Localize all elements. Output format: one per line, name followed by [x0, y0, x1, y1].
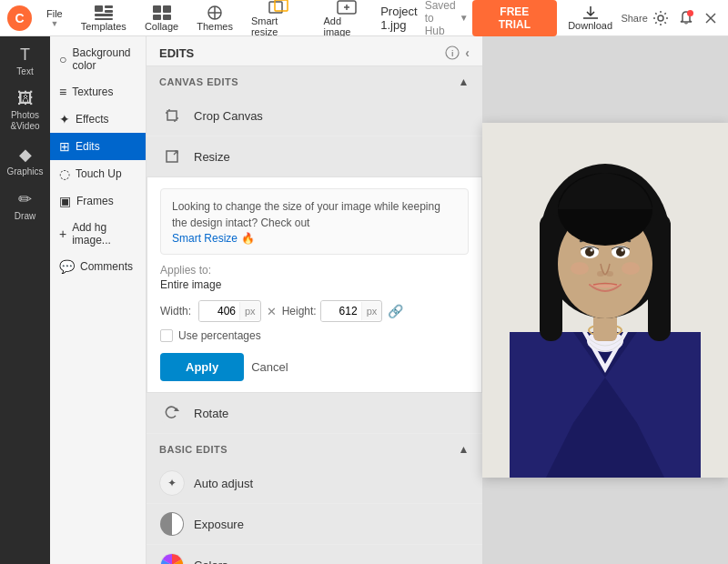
saved-status: Saved to Hub: [425, 0, 456, 37]
use-percentages-checkbox[interactable]: [160, 329, 173, 342]
sidebar-item-edits[interactable]: ⊞ Edits: [50, 133, 146, 160]
info-icon[interactable]: i: [445, 45, 460, 60]
add-bg-icon: +: [59, 227, 66, 241]
rotate-icon: [159, 400, 185, 426]
second-col: ○ Background color ≡ Textures ✦ Effects …: [50, 36, 482, 564]
canvas-image: [482, 123, 728, 478]
colors-icon: [159, 552, 185, 564]
fire-emoji: 🔥: [241, 232, 255, 245]
exposure-icon: [159, 511, 185, 537]
panel-header-right: i ‹: [445, 45, 470, 60]
crop-canvas-icon: [159, 103, 185, 128]
svg-point-60: [616, 247, 625, 257]
width-label: Width:: [160, 305, 193, 317]
canvas-edits-collapse[interactable]: ▲: [459, 76, 470, 88]
svg-rect-7: [153, 15, 161, 20]
portrait-illustration: [482, 123, 728, 478]
svg-rect-55: [648, 214, 671, 341]
crop-icon: [165, 108, 179, 123]
basic-edits-header: BASIC EDITS ▲: [147, 434, 482, 463]
sidebar-item-frames[interactable]: ▣ Frames: [50, 187, 146, 215]
smart-resize-link[interactable]: Smart Resize: [172, 232, 238, 245]
left-sidebar: T Text 🖼 Photos&Video ◆ Graphics ✏ Draw: [0, 36, 50, 564]
width-row: Width: px ✕ Height: px 🔗: [160, 300, 469, 322]
background-color-icon: ○: [59, 52, 66, 66]
sidebar-item-textures[interactable]: ≡ Textures: [50, 78, 146, 106]
svg-rect-1: [105, 5, 113, 8]
draw-icon: ✏: [18, 189, 32, 209]
smart-resize-menu[interactable]: Smart resize: [244, 0, 313, 41]
hub-dropdown-icon[interactable]: ▼: [460, 13, 469, 23]
themes-menu[interactable]: Themes: [189, 1, 240, 35]
download-icon: [581, 5, 600, 20]
sidebar-item-comments[interactable]: 💬 Comments: [50, 253, 146, 280]
svg-rect-54: [540, 214, 562, 341]
link-dimensions-icon[interactable]: 🔗: [388, 304, 403, 318]
sidebar-item-draw[interactable]: ✏ Draw: [3, 184, 48, 227]
resize-info-box: Looking to change the size of your image…: [160, 188, 469, 255]
add-image-icon: [337, 0, 357, 15]
themes-icon: [205, 5, 225, 21]
svg-rect-2: [105, 10, 113, 13]
svg-rect-0: [95, 5, 103, 12]
sidebar-item-touch-up[interactable]: ◌ Touch Up: [50, 160, 146, 187]
second-sidebar: ○ Background color ≡ Textures ✦ Effects …: [50, 36, 147, 564]
use-percentages-label: Use percentages: [178, 329, 261, 342]
times-symbol: ✕: [267, 305, 277, 318]
height-input[interactable]: [321, 301, 361, 321]
canvas-area: [482, 36, 728, 564]
sidebar-item-add-bg[interactable]: + Add hg image...: [50, 215, 146, 253]
app-logo[interactable]: C: [7, 5, 32, 31]
resize-row[interactable]: Resize: [147, 136, 482, 176]
svg-point-21: [658, 15, 663, 21]
textures-icon: ≡: [59, 85, 66, 99]
apply-button[interactable]: Apply: [160, 353, 244, 381]
close-button[interactable]: [701, 7, 721, 29]
sidebar-item-text[interactable]: T Text: [3, 40, 48, 82]
free-trial-button[interactable]: FREE TRIAL: [472, 0, 558, 36]
auto-adjust-icon-wrap: ✦: [159, 470, 185, 496]
smart-resize-icon: [268, 0, 288, 15]
svg-point-61: [591, 249, 593, 252]
comments-icon: 💬: [59, 259, 75, 274]
width-input-wrap: px: [198, 300, 261, 322]
text-icon: T: [20, 45, 30, 65]
collage-menu[interactable]: Collage: [137, 1, 186, 35]
sidebar-item-effects[interactable]: ✦ Effects: [50, 106, 146, 133]
notification-dot: [687, 10, 693, 16]
auto-adjust-row[interactable]: ✦ Auto adjust: [147, 463, 482, 504]
height-unit: px: [361, 302, 382, 320]
resize-info-text: Looking to change the size of your image…: [172, 200, 440, 229]
rotate-icon-svg: [165, 406, 179, 420]
auto-adjust-icon: ✦: [167, 477, 177, 489]
width-input[interactable]: [199, 301, 239, 321]
add-image-menu[interactable]: Add image: [316, 0, 377, 41]
basic-edits-collapse[interactable]: ▲: [459, 443, 470, 456]
project-title-area: Project 1.jpg Saved to Hub ▼: [380, 0, 468, 37]
file-menu[interactable]: File ▼: [39, 5, 70, 32]
exposure-row[interactable]: Exposure: [147, 504, 482, 545]
colors-row[interactable]: Colors: [147, 545, 482, 564]
svg-point-64: [606, 271, 613, 277]
notifications-button[interactable]: [676, 8, 694, 28]
panel-close-icon[interactable]: ‹: [465, 45, 470, 60]
canvas-edits-header: CANVAS EDITS ▲: [147, 66, 482, 96]
svg-rect-5: [153, 5, 161, 13]
download-button[interactable]: Download: [562, 4, 618, 33]
svg-point-66: [622, 262, 640, 275]
colors-icon-wrap: [159, 552, 185, 564]
templates-menu[interactable]: Templates: [74, 1, 134, 35]
crop-canvas-row[interactable]: Crop Canvas: [147, 96, 482, 136]
sidebar-item-graphics[interactable]: ◆ Graphics: [3, 139, 48, 182]
share-button[interactable]: Share: [623, 7, 645, 29]
applies-to-value: Entire image: [160, 278, 469, 291]
templates-icon: [94, 5, 114, 21]
svg-point-65: [571, 262, 589, 275]
top-bar: C File ▼ Templates Collage Themes Smart …: [0, 0, 728, 36]
rotate-row[interactable]: Rotate: [147, 393, 482, 434]
settings-button[interactable]: [651, 7, 671, 29]
height-label: Height:: [282, 305, 315, 317]
sidebar-item-background-color[interactable]: ○ Background color: [50, 40, 146, 78]
sidebar-item-photos[interactable]: 🖼 Photos&Video: [3, 84, 48, 137]
cancel-button[interactable]: Cancel: [251, 360, 288, 374]
